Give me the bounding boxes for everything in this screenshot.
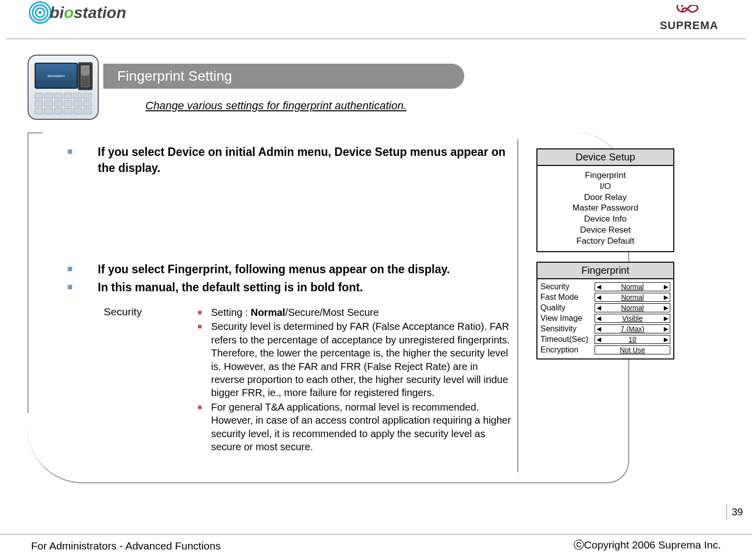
setting-value-selector[interactable]: ◀10▶ bbox=[595, 335, 670, 344]
arrow-left-icon[interactable]: ◀ bbox=[597, 304, 601, 311]
detail-item: Security level is determined by FAR (Fal… bbox=[198, 320, 514, 399]
arrow-left-icon[interactable]: ◀ bbox=[597, 283, 601, 290]
setting-label: Quality bbox=[540, 303, 595, 312]
arrow-right-icon[interactable]: ▶ bbox=[664, 315, 668, 322]
footer-left: For Administrators - Advanced Functions bbox=[31, 540, 221, 552]
page-subtitle: Change various settings for fingerprint … bbox=[145, 99, 407, 112]
footer-right: ⓒCopyright 2006 Suprema Inc. bbox=[574, 538, 721, 552]
page-title: Fingerprint Setting bbox=[103, 64, 464, 89]
svg-point-3 bbox=[39, 11, 42, 14]
detail-bold: Normal bbox=[251, 307, 285, 318]
detail-item: Setting : Normal/Secure/Most Secure bbox=[198, 306, 514, 319]
list-item: Master Password bbox=[541, 203, 669, 214]
setting-value: Normal bbox=[621, 293, 644, 301]
setting-value-selector[interactable]: ◀Normal▶ bbox=[595, 303, 670, 312]
arrow-right-icon[interactable]: ▶ bbox=[664, 304, 668, 311]
setting-value-selector[interactable]: ◀Normal▶ bbox=[595, 293, 670, 302]
parameter-label-security: Security bbox=[68, 306, 178, 318]
setting-label: Sensitivity bbox=[540, 324, 595, 333]
panel-title: Fingerprint bbox=[537, 263, 673, 279]
setting-label: Fast Mode bbox=[540, 293, 595, 302]
setting-value-selector: ◀Not Use▶ bbox=[595, 345, 670, 354]
main-point-1: If you select Device on initial Admin me… bbox=[98, 144, 509, 176]
setting-value-selector[interactable]: ◀7 (Max)▶ bbox=[595, 324, 670, 333]
panel-title: Device Setup bbox=[537, 149, 673, 166]
setting-label: Encryption bbox=[540, 345, 595, 354]
list-item: Factory Default bbox=[541, 236, 669, 247]
bullet-icon bbox=[68, 149, 72, 154]
setting-value-selector[interactable]: ◀Normal▶ bbox=[595, 282, 670, 291]
list-item: Fingerprint bbox=[541, 170, 669, 181]
infinity-icon bbox=[676, 5, 701, 17]
detail-item: For general T&A applications, normal lev… bbox=[198, 401, 514, 454]
page-number: 39 bbox=[726, 504, 743, 520]
header: biostation SUPREMA bbox=[6, 0, 746, 39]
setting-value: 7 (Max) bbox=[621, 325, 644, 333]
arrow-left-icon[interactable]: ◀ bbox=[597, 336, 601, 343]
main-point-2: If you select Fingerprint, following men… bbox=[98, 262, 509, 278]
list-item: Device Info bbox=[541, 214, 669, 225]
setting-value: Not Use bbox=[620, 346, 645, 354]
setting-row: Security◀Normal▶ bbox=[540, 282, 670, 292]
setting-row: Fast Mode◀Normal▶ bbox=[540, 292, 670, 302]
setting-label: Security bbox=[540, 282, 595, 291]
setting-value-selector[interactable]: ◀Visible▶ bbox=[595, 314, 670, 323]
device-illustration: biostation bbox=[28, 55, 99, 120]
arrow-right-icon[interactable]: ▶ bbox=[664, 325, 668, 332]
setting-value: 10 bbox=[629, 335, 637, 343]
setting-row: View Image◀Visible▶ bbox=[540, 313, 670, 323]
suprema-logo: SUPREMA bbox=[660, 5, 718, 32]
detail-text: /Secure/Most Secure bbox=[285, 307, 379, 318]
security-details: Setting : Normal/Secure/Most Secure Secu… bbox=[198, 306, 514, 454]
bullet-icon bbox=[68, 267, 72, 271]
bullet-icon bbox=[68, 285, 72, 289]
arrow-right-icon[interactable]: ▶ bbox=[664, 283, 668, 290]
footer: For Administrators - Advanced Functions … bbox=[0, 534, 752, 560]
setting-value: Normal bbox=[621, 283, 644, 291]
arrow-right-icon[interactable]: ▶ bbox=[664, 294, 668, 301]
biostation-wordmark: biostation bbox=[50, 4, 126, 22]
setting-value: Normal bbox=[621, 304, 644, 312]
vertical-separator bbox=[517, 139, 518, 472]
list-item: I/O bbox=[541, 181, 669, 192]
setting-row: Sensitivity◀7 (Max)▶ bbox=[540, 324, 670, 334]
setting-value: Visible bbox=[622, 314, 643, 322]
fingerprint-settings: Security◀Normal▶Fast Mode◀Normal▶Quality… bbox=[537, 279, 673, 358]
device-setup-list: Fingerprint I/O Door Relay Master Passwo… bbox=[537, 166, 673, 251]
setting-row: Quality◀Normal▶ bbox=[540, 303, 670, 313]
suprema-wordmark: SUPREMA bbox=[660, 19, 718, 32]
ripple-icon bbox=[29, 1, 52, 24]
setting-row: Timeout(Sec)◀10▶ bbox=[540, 334, 670, 344]
list-item: Door Relay bbox=[541, 192, 669, 203]
arrow-left-icon[interactable]: ◀ bbox=[597, 325, 601, 332]
arrow-right-icon[interactable]: ▶ bbox=[664, 336, 668, 343]
detail-text: Setting : bbox=[211, 307, 251, 318]
fingerprint-panel: Fingerprint Security◀Normal▶Fast Mode◀No… bbox=[536, 262, 674, 359]
device-setup-panel: Device Setup Fingerprint I/O Door Relay … bbox=[536, 148, 674, 252]
biostation-logo: biostation bbox=[29, 1, 126, 24]
setting-row: Encryption◀Not Use▶ bbox=[540, 345, 670, 355]
main-point-3: In this manual, the default setting is i… bbox=[98, 280, 509, 296]
list-item: Device Reset bbox=[541, 225, 669, 236]
setting-label: Timeout(Sec) bbox=[540, 335, 595, 344]
setting-label: View Image bbox=[540, 314, 595, 323]
arrow-left-icon[interactable]: ◀ bbox=[597, 315, 601, 322]
arrow-left-icon[interactable]: ◀ bbox=[597, 294, 601, 301]
